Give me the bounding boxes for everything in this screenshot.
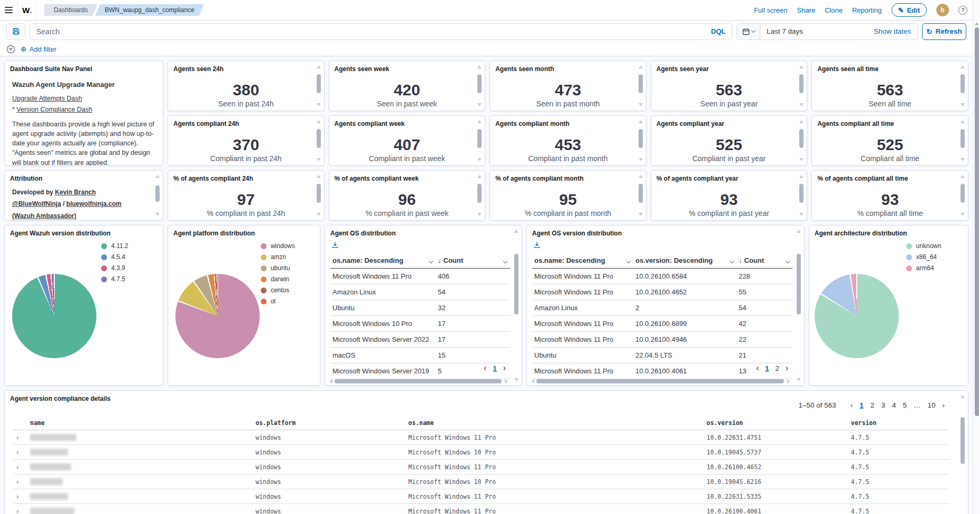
panel-vertical-scrollbar[interactable] xyxy=(316,120,322,161)
scrollbar-thumb[interactable] xyxy=(639,184,643,203)
top-link-full-screen[interactable]: Full screen xyxy=(754,6,788,14)
chevron-down-icon[interactable] xyxy=(730,259,734,263)
scroll-down-arrow[interactable] xyxy=(317,213,321,216)
panel-horizontal-scrollbar[interactable] xyxy=(531,379,790,384)
scroll-right-arrow[interactable] xyxy=(505,379,508,383)
scroll-down-arrow[interactable] xyxy=(961,213,965,216)
scroll-down-arrow[interactable] xyxy=(961,158,965,161)
panel-vertical-scrollbar[interactable] xyxy=(476,120,483,161)
refresh-button[interactable]: ↻ Refresh xyxy=(922,23,966,40)
pie-chart-platform[interactable] xyxy=(175,274,260,358)
legend-item-4-5-4[interactable]: 4.5.4 xyxy=(101,253,128,261)
pagination-prev-icon[interactable]: ‹ xyxy=(756,363,759,373)
scroll-left-arrow[interactable] xyxy=(329,379,332,383)
legend-item-arm64[interactable]: arm64 xyxy=(906,264,942,272)
legend-item-4-11-2[interactable]: 4.11.2 xyxy=(101,242,128,250)
top-link-reporting[interactable]: Reporting xyxy=(852,6,881,14)
scroll-up-arrow[interactable] xyxy=(639,65,643,68)
scrollbar-thumb[interactable] xyxy=(514,254,518,314)
pagination-page-5[interactable]: 5 xyxy=(903,401,907,409)
scroll-down-arrow[interactable] xyxy=(639,213,643,216)
panel-vertical-scrollbar[interactable] xyxy=(959,175,966,216)
search-input[interactable] xyxy=(30,27,705,36)
panel-vertical-scrollbar[interactable] xyxy=(796,230,802,381)
pagination-page-2[interactable]: 2 xyxy=(775,364,779,372)
scroll-up-arrow[interactable] xyxy=(975,22,979,25)
scroll-up-arrow[interactable] xyxy=(799,65,803,68)
scroll-up-arrow[interactable] xyxy=(961,65,965,68)
scrollbar-thumb[interactable] xyxy=(317,184,321,203)
column-header-os-version-descending[interactable]: os.version: Descending xyxy=(633,253,737,269)
scrollbar-thumb[interactable] xyxy=(317,129,321,148)
avatar[interactable]: b xyxy=(936,4,949,16)
legend-item-windows[interactable]: windows xyxy=(261,242,295,250)
legend-item-ubuntu[interactable]: ubuntu xyxy=(261,264,295,272)
panel-vertical-scrollbar[interactable] xyxy=(316,175,322,216)
pagination-page-1[interactable]: 1 xyxy=(493,364,496,372)
panel-vertical-scrollbar[interactable] xyxy=(476,65,483,106)
scroll-down-arrow[interactable] xyxy=(639,158,643,161)
scroll-down-arrow[interactable] xyxy=(799,158,803,161)
column-header-os-name-descending[interactable]: os.name: Descending xyxy=(330,253,436,269)
scroll-up-arrow[interactable] xyxy=(477,65,482,68)
panel-vertical-scrollbar[interactable] xyxy=(476,175,483,216)
scroll-up-arrow[interactable] xyxy=(961,175,965,178)
time-range-value[interactable]: Last 7 days xyxy=(760,27,809,35)
panel-vertical-scrollbar[interactable] xyxy=(316,65,322,106)
scroll-right-arrow[interactable] xyxy=(787,379,790,383)
scroll-up-arrow[interactable] xyxy=(155,175,160,178)
pagination-page-1[interactable]: 1 xyxy=(859,401,864,409)
panel-horizontal-scrollbar[interactable] xyxy=(329,379,508,384)
edit-button[interactable]: ✎ Edit xyxy=(891,3,927,17)
panel-vertical-scrollbar[interactable] xyxy=(638,120,644,161)
show-dates-button[interactable]: Show dates xyxy=(867,27,917,35)
nav-link-version-compliance[interactable]: Version Compliance Dash xyxy=(16,106,92,113)
query-language-button[interactable]: DQL xyxy=(705,27,732,35)
pie-chart-architecture[interactable] xyxy=(815,274,899,358)
legend-item-centos[interactable]: centos xyxy=(261,286,295,294)
add-filter-button[interactable]: ⊕ Add filter xyxy=(21,45,56,53)
pagination-page-10[interactable]: 10 xyxy=(927,401,935,409)
expand-row-icon[interactable]: › xyxy=(16,463,18,471)
breadcrumb-dashboards[interactable]: Dashboards xyxy=(44,4,97,16)
scroll-up-arrow[interactable] xyxy=(317,120,321,123)
scroll-down-arrow[interactable] xyxy=(317,158,321,161)
scroll-up-arrow[interactable] xyxy=(799,120,803,123)
breadcrumb-current[interactable]: BWN_waupg_dash_compliance xyxy=(95,4,204,16)
column-header-count[interactable]: ↓Count xyxy=(737,253,792,269)
scroll-down-arrow[interactable] xyxy=(477,213,482,216)
scroll-up-arrow[interactable] xyxy=(477,120,482,123)
legend-item-darwin[interactable]: darwin xyxy=(261,275,295,283)
saved-query-icon[interactable] xyxy=(6,23,25,40)
download-icon[interactable] xyxy=(533,241,541,249)
chevron-down-icon[interactable] xyxy=(503,259,507,263)
scrollbar-thumb[interactable] xyxy=(155,185,160,202)
scroll-down-arrow[interactable] xyxy=(961,103,965,106)
scrollbar-thumb[interactable] xyxy=(536,379,784,383)
scroll-up-arrow[interactable] xyxy=(639,120,643,123)
scroll-down-arrow[interactable] xyxy=(317,103,321,106)
legend-item-unknown[interactable]: unknown xyxy=(906,242,942,250)
panel-vertical-scrollbar[interactable] xyxy=(959,65,966,106)
panel-vertical-scrollbar[interactable] xyxy=(798,65,805,106)
scrollbar-thumb[interactable] xyxy=(335,379,502,383)
menu-icon[interactable] xyxy=(0,0,18,20)
scrollbar-thumb[interactable] xyxy=(317,74,321,93)
expand-row-icon[interactable]: › xyxy=(16,448,18,456)
scroll-up-arrow[interactable] xyxy=(961,120,965,123)
scroll-down-arrow[interactable] xyxy=(799,103,803,106)
pagination-next-icon[interactable]: › xyxy=(503,363,506,373)
scroll-left-arrow[interactable] xyxy=(531,379,534,383)
chevron-down-icon[interactable] xyxy=(786,259,790,263)
legend-item-4-7-5[interactable]: 4.7.5 xyxy=(101,275,128,283)
expand-row-icon[interactable]: › xyxy=(16,507,18,514)
link-bluewolfninja-site[interactable]: bluewolfninja.com xyxy=(66,200,122,207)
scrollbar-thumb[interactable] xyxy=(799,184,803,203)
scrollbar-thumb[interactable] xyxy=(961,184,965,203)
legend-item-ol[interactable]: ol xyxy=(261,298,295,305)
filter-set-icon[interactable] xyxy=(6,45,15,54)
chevron-down-icon[interactable] xyxy=(626,259,631,263)
scrollbar-thumb[interactable] xyxy=(961,74,965,93)
chevron-down-icon[interactable] xyxy=(429,259,433,263)
scroll-up-arrow[interactable] xyxy=(639,175,643,178)
